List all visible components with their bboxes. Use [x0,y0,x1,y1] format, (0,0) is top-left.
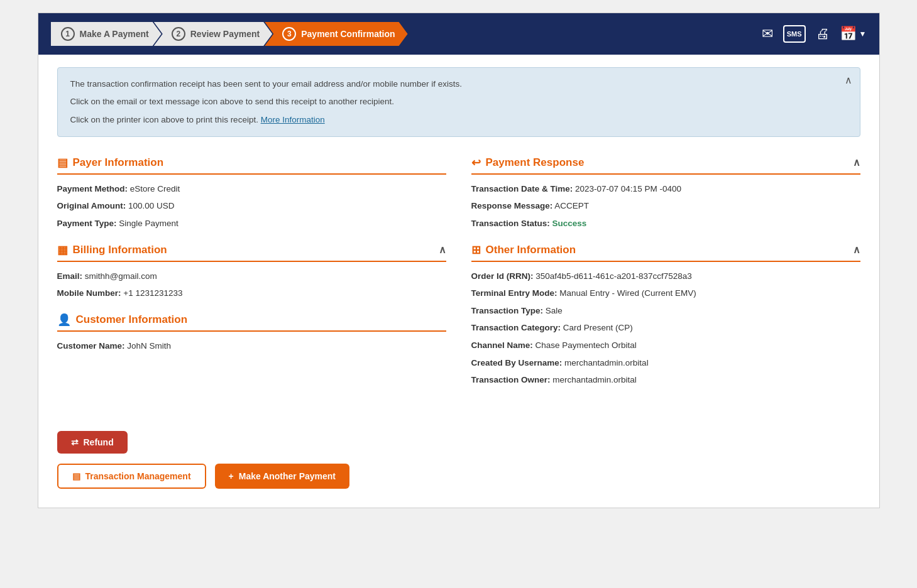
transaction-type: Transaction Type: Sale [471,304,860,318]
payment-method: Payment Method: eStore Credit [57,182,446,196]
step-3-label: Payment Confirmation [301,29,395,39]
payment-response-body: Transaction Date & Time: 2023-07-07 04:1… [471,182,860,231]
response-message: Response Message: ACCEPT [471,199,860,213]
billing-section-heading: ▦ Billing Information ∧ [57,243,446,262]
refund-button[interactable]: ⇄ Refund [57,431,128,454]
info-box: ∧ The transaction confirmation receipt h… [57,67,860,137]
payment-response-heading: ↩ Payment Response ∧ [471,156,860,175]
main-content: ∧ The transaction confirmation receipt h… [38,55,879,508]
customer-name: Customer Name: JohN Smith [57,339,446,353]
step-1-number: 1 [61,27,75,41]
two-col-layout: ▤ Payer Information Payment Method: eSto… [57,156,860,400]
step-2[interactable]: 2 Review Payment [154,22,273,46]
steps-bar: 1 Make A Payment 2 Review Payment 3 Paym… [38,13,879,55]
customer-icon: 👤 [57,313,71,327]
info-box-collapse-icon[interactable]: ∧ [845,74,852,86]
payment-response-section: ↩ Payment Response ∧ Transaction Date & … [471,156,860,231]
payment-response-title: Payment Response [486,156,585,169]
info-line-3: Click on the printer icon above to print… [70,114,847,126]
transaction-mgmt-label: Transaction Management [85,471,191,481]
step-2-label: Review Payment [190,29,260,39]
step-3-number: 3 [282,27,296,41]
step-1-label: Make A Payment [80,29,149,39]
steps-container: 1 Make A Payment 2 Review Payment 3 Paym… [51,22,408,46]
print-icon[interactable]: 🖨 [816,26,830,42]
transaction-datetime: Transaction Date & Time: 2023-07-07 04:1… [471,182,860,196]
refund-row: ⇄ Refund [57,431,860,454]
payment-response-collapse-icon[interactable]: ∧ [853,156,860,168]
terminal-entry-mode: Terminal Entry Mode: Manual Entry - Wire… [471,286,860,300]
payer-icon: ▤ [57,156,68,170]
sms-icon[interactable]: SMS [783,25,806,43]
refund-icon: ⇄ [71,437,79,447]
payer-section: ▤ Payer Information Payment Method: eSto… [57,156,446,231]
step-2-number: 2 [172,27,185,41]
make-payment-icon: + [229,471,234,481]
calendar-caret: ▼ [859,30,867,38]
status-success-badge: Success [552,219,587,228]
left-column: ▤ Payer Information Payment Method: eSto… [57,156,446,400]
other-info-heading: ⊞ Other Information ∧ [471,243,860,262]
payer-section-heading: ▤ Payer Information [57,156,446,175]
payment-type: Payment Type: Single Payment [57,217,446,231]
info-line-2: Click on the email or text message icon … [70,95,847,108]
payment-response-icon: ↩ [471,156,481,170]
calendar-icon: 📅 [840,26,857,42]
step-3[interactable]: 3 Payment Confirmation [265,22,407,46]
other-info-title: Other Information [486,244,576,256]
original-amount: Original Amount: 100.00 USD [57,199,446,213]
customer-section-heading: 👤 Customer Information [57,313,446,332]
right-column: ↩ Payment Response ∧ Transaction Date & … [471,156,860,400]
make-payment-label: Make Another Payment [239,471,336,481]
billing-icon: ▦ [57,243,68,257]
created-by-username: Created By Username: merchantadmin.orbit… [471,356,860,370]
billing-mobile: Mobile Number: +1 1231231233 [57,286,446,300]
billing-section-title: Billing Information [73,244,167,256]
transaction-mgmt-icon: ▤ [72,471,80,481]
billing-collapse-icon[interactable]: ∧ [439,244,446,256]
info-line-1: The transaction confirmation receipt has… [70,78,847,90]
channel-name: Channel Name: Chase Paymentech Orbital [471,339,860,352]
payer-section-body: Payment Method: eStore Credit Original A… [57,182,446,231]
other-info-body: Order Id (RRN): 350af4b5-d611-461c-a201-… [471,270,860,387]
header-actions: ✉ SMS 🖨 📅 ▼ [762,25,867,43]
make-another-payment-button[interactable]: + Make Another Payment [215,464,350,489]
refund-label: Refund [84,437,114,447]
transaction-status: Transaction Status: Success [471,217,860,231]
step-1[interactable]: 1 Make A Payment [51,22,162,46]
transaction-owner: Transaction Owner: merchantadmin.orbital [471,373,860,387]
calendar-button[interactable]: 📅 ▼ [840,26,867,42]
email-icon[interactable]: ✉ [762,26,773,42]
transaction-management-button[interactable]: ▤ Transaction Management [57,464,206,489]
other-info-collapse-icon[interactable]: ∧ [853,244,860,256]
customer-section-title: Customer Information [76,313,188,326]
order-id: Order Id (RRN): 350af4b5-d611-461c-a201-… [471,270,860,283]
more-information-link[interactable]: More Information [261,115,325,124]
billing-section-body: Email: smithh@gmail.com Mobile Number: +… [57,270,446,300]
billing-email: Email: smithh@gmail.com [57,270,446,283]
billing-section: ▦ Billing Information ∧ Email: smithh@gm… [57,243,446,300]
payer-section-title: Payer Information [73,156,164,169]
buttons-area: ⇄ Refund ▤ Transaction Management + Make… [57,425,860,489]
customer-section-body: Customer Name: JohN Smith [57,339,446,353]
other-info-section: ⊞ Other Information ∧ Order Id (RRN): 35… [471,243,860,387]
transaction-category: Transaction Category: Card Present (CP) [471,321,860,335]
other-info-icon: ⊞ [471,243,481,257]
action-row: ▤ Transaction Management + Make Another … [57,464,860,489]
customer-section: 👤 Customer Information Customer Name: Jo… [57,313,446,353]
